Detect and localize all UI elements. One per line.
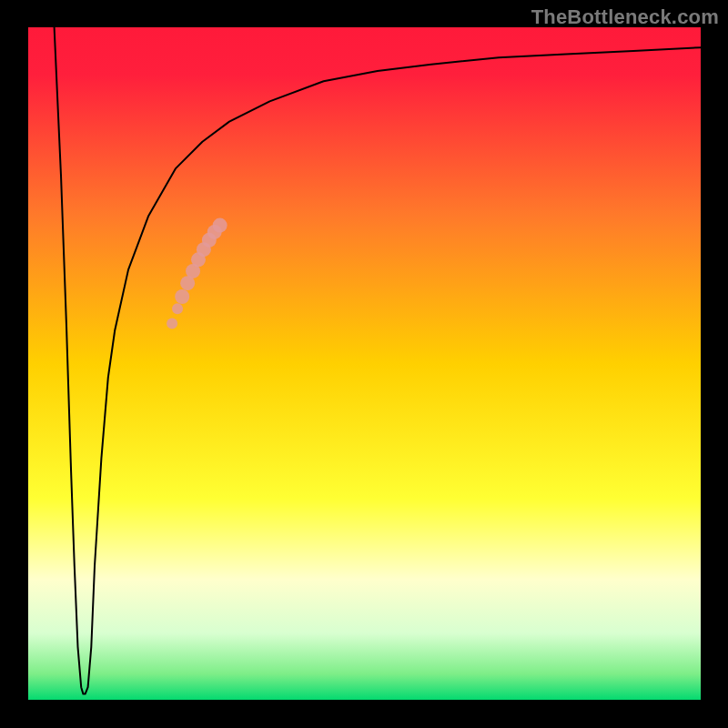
- highlight-dot: [167, 318, 177, 329]
- highlight-dot: [213, 218, 228, 233]
- chart-plot-background: [27, 27, 701, 701]
- highlight-dot: [172, 303, 183, 314]
- watermark-text: TheBottleneck.com: [531, 5, 719, 29]
- highlight-dot: [175, 289, 189, 304]
- chart-container: TheBottleneck.com: [0, 0, 728, 728]
- bottleneck-chart: [0, 0, 728, 728]
